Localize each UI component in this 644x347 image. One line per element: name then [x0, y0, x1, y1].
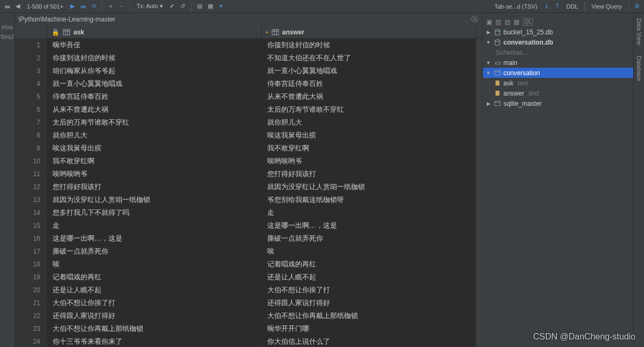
first-page-icon[interactable]: ⏮: [2, 2, 12, 11]
cell-ask[interactable]: 就一直小心翼翼地唱戏: [47, 77, 262, 90]
cell-ask[interactable]: 记着唱戏的再红: [47, 271, 262, 284]
table-row[interactable]: 10我不敢穿红啊唉哟唉哟爷: [15, 155, 482, 168]
cell-ask[interactable]: 就因为没穿红让人赏咱一纸枷锁: [47, 193, 262, 206]
cell-answer[interactable]: 晼华开开门哪: [262, 322, 477, 335]
cell-ask[interactable]: 晼华吾侄: [47, 39, 262, 52]
view-query-button[interactable]: View Query: [588, 3, 625, 10]
settings-tree-icon[interactable]: ▦: [514, 18, 519, 26]
table-row[interactable]: 12您打得好我该打就因为没穿红让人赏咱一纸枷锁: [15, 180, 482, 193]
expand-icon[interactable]: ▥: [495, 18, 501, 26]
cell-answer[interactable]: 大伯不想让你挨了打: [262, 284, 477, 297]
cell-ask[interactable]: 这是哪一出啊…，这是: [47, 232, 262, 245]
cell-answer[interactable]: 你接到这封信的时候: [262, 39, 477, 52]
left-nav-item[interactable]: Seq2: [1, 33, 14, 40]
rollback-icon[interactable]: ↺: [178, 2, 188, 11]
breadcrumb[interactable]: \Python\Machine-Learning-master: [18, 16, 115, 23]
cell-answer[interactable]: 爷您别给我戴这纸枷锁呀: [262, 193, 477, 206]
table-row[interactable]: 20还是让人瞧不起大伯不想让你挨了打: [15, 284, 482, 297]
table-row[interactable]: 23大伯不想让你再戴上那纸枷锁晼华开开门哪: [15, 322, 482, 335]
table-row[interactable]: 18唉记着唱戏的再红: [15, 258, 482, 271]
table-row[interactable]: 21大伯不想让你挨了打还得跟人家说打得好: [15, 297, 482, 309]
cell-ask[interactable]: 你接到这封信的时候: [47, 52, 262, 64]
cell-answer[interactable]: 就一直小心翼翼地唱戏: [262, 64, 477, 77]
cell-answer[interactable]: 我不敢穿红啊: [262, 142, 477, 155]
tx-mode-dropdown[interactable]: Tx: Auto ▾: [133, 3, 166, 10]
cell-answer[interactable]: 不知道大伯还在不在人世了: [262, 52, 477, 64]
cell-answer[interactable]: 记着唱戏的再红: [262, 258, 477, 271]
table-row[interactable]: 11唉哟唉哟爷您打得好我该打: [15, 168, 482, 180]
table-row[interactable]: 1晼华吾侄你接到这封信的时候: [15, 39, 482, 52]
sort-icon[interactable]: ▦: [206, 2, 215, 11]
table-row[interactable]: 14您多打我几下不就得了吗走: [15, 206, 482, 219]
cell-ask[interactable]: 就你胆儿大: [47, 129, 262, 142]
close-icon[interactable]: ⓧ: [471, 15, 478, 24]
cell-answer[interactable]: 唉: [262, 245, 477, 258]
cell-answer[interactable]: 侍奉宫廷侍奉百姓: [262, 77, 477, 90]
add-row-icon[interactable]: ＋: [106, 2, 115, 11]
db-node[interactable]: ▶ bucket_15_25.db: [483, 27, 633, 37]
cell-ask[interactable]: 大伯不想让你挨了打: [47, 297, 262, 309]
db-node[interactable]: ▼ conversation.db: [483, 37, 633, 47]
cell-ask[interactable]: 走: [47, 219, 262, 232]
remove-row-icon[interactable]: －: [116, 2, 126, 11]
prev-page-icon[interactable]: ◀: [13, 2, 23, 11]
table-row[interactable]: 6从来不曾遭此大祸太后的万寿节谁敢不穿红: [15, 103, 482, 116]
cell-ask[interactable]: 你十三爷爷来看你来了: [47, 335, 262, 347]
cell-ask[interactable]: 唉: [47, 258, 262, 271]
cell-ask[interactable]: 您多打我几下不就得了吗: [47, 206, 262, 219]
cell-answer[interactable]: 从来不曾遭此大祸: [262, 90, 477, 103]
cell-answer[interactable]: 您打得好我该打: [262, 168, 477, 180]
cell-ask[interactable]: 咱们梅家从你爷爷起: [47, 64, 262, 77]
commit-icon[interactable]: ✔: [167, 2, 177, 11]
cell-ask[interactable]: 撕破一点就弄死你: [47, 245, 262, 258]
cell-answer[interactable]: 这是哪一出啊…，这是: [262, 219, 477, 232]
table-row[interactable]: 19记着唱戏的再红还是让人瞧不起: [15, 271, 482, 284]
tab-data-view[interactable]: Data View: [635, 13, 643, 50]
table-row[interactable]: 16这是哪一出啊…，这是撕破一点就弄死你: [15, 232, 482, 245]
table-row[interactable]: 5侍奉宫廷侍奉百姓从来不曾遭此大祸: [15, 90, 482, 103]
cell-ask[interactable]: 还得跟人家说打得好: [47, 309, 262, 322]
sql-icon[interactable]: QL: [523, 18, 533, 26]
table-row[interactable]: 9唉这我舅母出殡我不敢穿红啊: [15, 142, 482, 155]
table-row[interactable]: 3咱们梅家从你爷爷起就一直小心翼翼地唱戏: [15, 64, 482, 77]
cell-answer[interactable]: 还是让人瞧不起: [262, 271, 477, 284]
last-page-icon[interactable]: ⏭: [78, 2, 88, 11]
cell-answer[interactable]: 就你胆儿大: [262, 116, 477, 129]
import-icon[interactable]: ⤒: [552, 2, 562, 11]
tab-database[interactable]: Database: [635, 50, 643, 86]
filter-icon[interactable]: ▤: [195, 2, 204, 11]
table-row[interactable]: 8就你胆儿大唉这我舅母出殡: [15, 129, 482, 142]
cell-ask[interactable]: 唉这我舅母出殡: [47, 142, 262, 155]
column-header-ask[interactable]: 🔒 ask: [47, 26, 262, 38]
table-row[interactable]: 15走这是哪一出啊…，这是: [15, 219, 482, 232]
cell-answer[interactable]: 走: [262, 206, 477, 219]
separator-mode[interactable]: Tab-se...d (TSV): [491, 3, 540, 10]
cell-answer[interactable]: 唉这我舅母出殡: [262, 129, 477, 142]
cell-ask[interactable]: 太后的万寿节谁敢不穿红: [47, 116, 262, 129]
pin-icon[interactable]: ✦: [216, 2, 226, 11]
export-icon[interactable]: ⤓: [541, 2, 551, 11]
table-row[interactable]: 2你接到这封信的时候不知道大伯还在不在人世了: [15, 52, 482, 64]
collapse-icon[interactable]: ▣: [486, 18, 492, 26]
cell-answer[interactable]: 还得跟人家说打得好: [262, 297, 477, 309]
table-row[interactable]: 7太后的万寿节谁敢不穿红就你胆儿大: [15, 116, 482, 129]
cell-answer[interactable]: 你大伯信上说什么了: [262, 335, 477, 347]
cell-ask[interactable]: 您打得好我该打: [47, 180, 262, 193]
cell-ask[interactable]: 唉哟唉哟爷: [47, 168, 262, 180]
settings-icon[interactable]: ⚙: [632, 2, 642, 11]
refresh-icon[interactable]: ⟳: [89, 2, 99, 11]
cell-answer[interactable]: 太后的万寿节谁敢不穿红: [262, 103, 477, 116]
cell-answer[interactable]: 唉哟唉哟爷: [262, 155, 477, 168]
cell-answer[interactable]: 就因为没穿红让人赏咱一纸枷锁: [262, 180, 477, 193]
table-row[interactable]: 24你十三爷爷来看你来了你大伯信上说什么了: [15, 335, 482, 347]
schemas-node[interactable]: Schemas...: [483, 47, 633, 57]
filter-tree-icon[interactable]: ▤: [504, 18, 510, 26]
cell-answer[interactable]: 撕破一点就弄死你: [262, 232, 477, 245]
left-nav-item[interactable]: eloa: [2, 24, 13, 30]
cell-ask[interactable]: 大伯不想让你再戴上那纸枷锁: [47, 322, 262, 335]
table-row[interactable]: 17撕破一点就弄死你唉: [15, 245, 482, 258]
table-row[interactable]: 22还得跟人家说打得好大伯不想让你再戴上那纸枷锁: [15, 309, 482, 322]
table-node[interactable]: ▶ sqlite_master: [483, 98, 633, 109]
cell-ask[interactable]: 还是让人瞧不起: [47, 284, 262, 297]
cell-ask[interactable]: 我不敢穿红啊: [47, 155, 262, 168]
